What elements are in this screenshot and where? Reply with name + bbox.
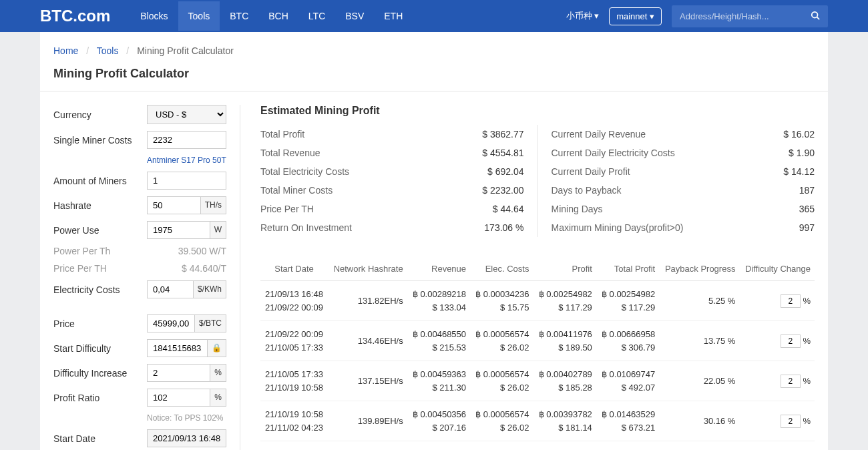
results-table: Start DateNetwork HashrateRevenueElec. C…: [260, 257, 815, 441]
payback-cell: 5.25 %: [659, 281, 739, 321]
miner-costs-input[interactable]: [147, 131, 226, 149]
profit-value: $ 44.64: [493, 204, 524, 214]
profit-ratio-input[interactable]: [147, 389, 210, 407]
breadcrumb-tools[interactable]: Tools: [97, 45, 119, 56]
diff-suffix: %: [803, 416, 811, 426]
network-select[interactable]: mainnet ▾: [609, 7, 662, 25]
table-row: 21/10/05 17:3321/10/19 10:58137.15EH/s฿ …: [260, 361, 815, 401]
revenue-cell: ฿ 0.00459363$ 211.30: [411, 368, 466, 394]
nav-link-ltc[interactable]: LTC: [298, 1, 335, 31]
elec-cell: ฿ 0.00056574$ 26.02: [474, 328, 529, 354]
profit-label: Current Daily Electricity Costs: [552, 148, 675, 158]
hashrate-cell: 137.15EH/s: [328, 361, 407, 401]
profit-ratio-notice: Notice: To PPS 102%: [147, 413, 226, 423]
profit-value: $ 2232.00: [482, 185, 523, 196]
profit-label: Price Per TH: [260, 204, 314, 214]
price-unit: $/BTC: [195, 314, 226, 332]
breadcrumb: Home / Tools / Mining Profit Calculator: [40, 32, 828, 67]
payback-cell: 30.16 %: [659, 401, 739, 441]
miner-costs-label: Single Miner Costs: [53, 135, 147, 146]
start-date-input[interactable]: [147, 429, 226, 447]
profit-value: 187: [799, 185, 815, 196]
profit-row: Total Profit$ 3862.77: [260, 125, 524, 144]
nav-link-bch[interactable]: BCH: [258, 1, 298, 31]
power-unit: W: [210, 221, 226, 239]
profit-row: Total Revenue$ 4554.81: [260, 144, 524, 162]
breadcrumb-home[interactable]: Home: [53, 45, 78, 56]
nav-link-tools[interactable]: Tools: [178, 1, 220, 31]
elec-input[interactable]: [147, 280, 194, 298]
diff-change-input[interactable]: [781, 415, 801, 428]
revenue-cell: ฿ 0.00468550$ 215.53: [411, 328, 466, 354]
small-coin-dropdown[interactable]: 小币种 ▾: [566, 10, 600, 22]
start-date-label: Start Date: [53, 433, 147, 444]
search-button[interactable]: [803, 5, 828, 27]
search-input[interactable]: [672, 5, 805, 27]
table-header: Revenue: [407, 257, 470, 281]
diff-change-input[interactable]: [781, 375, 801, 388]
profit-row: Total Miner Costs$ 2232.00: [260, 181, 524, 200]
revenue-cell: ฿ 0.00289218$ 133.04: [411, 288, 466, 314]
miner-model-link[interactable]: Antminer S17 Pro 50T: [147, 156, 226, 165]
date-cell: 21/10/19 10:5821/11/02 04:23: [264, 408, 324, 434]
price-label: Price: [53, 318, 147, 329]
lock-icon[interactable]: 🔒: [208, 339, 226, 357]
hashrate-label: Hashrate: [53, 200, 147, 211]
price-per-th-value: $ 44.640/T: [147, 263, 226, 274]
svg-point-0: [812, 11, 818, 17]
nav-link-blocks[interactable]: Blocks: [130, 1, 178, 31]
profit-row: Total Electricity Costs$ 692.04: [260, 162, 524, 181]
page-title: Mining Profit Calculator: [40, 67, 828, 91]
start-diff-input[interactable]: [147, 339, 208, 357]
currency-label: Currency: [53, 109, 147, 120]
hashrate-cell: 134.46EH/s: [328, 321, 407, 361]
power-input[interactable]: [147, 221, 210, 239]
amount-label: Amount of Miners: [53, 176, 147, 186]
price-input[interactable]: [147, 314, 195, 332]
profit-label: Total Profit: [260, 129, 304, 140]
nav-links: BlocksToolsBTCBCHLTCBSVETH: [130, 1, 413, 31]
nav-link-bsv[interactable]: BSV: [335, 1, 374, 31]
profit-value: $ 692.04: [487, 166, 524, 177]
logo[interactable]: BTC.com: [40, 7, 110, 25]
date-cell: 21/10/05 17:3321/10/19 10:58: [264, 368, 324, 394]
profit-row: Days to Payback187: [552, 181, 815, 200]
profit-value: $ 16.02: [783, 129, 815, 140]
profit-value: 365: [799, 204, 815, 214]
elec-cell: ฿ 0.00056574$ 26.02: [474, 408, 529, 434]
elec-cell: ฿ 0.00056574$ 26.02: [474, 368, 529, 394]
table-header: Network Hashrate: [328, 257, 407, 281]
main-content: Estimated Mining Profit Total Profit$ 38…: [260, 105, 815, 450]
nav-link-btc[interactable]: BTC: [220, 1, 258, 31]
profit-ratio-unit: %: [210, 389, 226, 407]
profit-cell: ฿ 0.00402789$ 185.28: [537, 368, 592, 394]
power-per-th-label: Power Per Th: [53, 246, 147, 256]
diff-inc-label: Difficulty Increase: [53, 368, 147, 379]
total-cell: ฿ 0.01069747$ 492.07: [600, 368, 655, 394]
profit-ratio-label: Profit Ratio: [53, 393, 147, 403]
power-label: Power Use: [53, 225, 147, 236]
diff-change-input[interactable]: [781, 334, 801, 348]
amount-input[interactable]: [147, 172, 226, 190]
currency-select[interactable]: USD - $: [147, 105, 226, 124]
total-cell: ฿ 0.01463529$ 673.21: [600, 408, 655, 434]
hashrate-input[interactable]: [147, 196, 201, 214]
table-header: Elec. Costs: [470, 257, 533, 281]
profit-cell: ฿ 0.00393782$ 181.14: [537, 408, 592, 434]
profit-row: Return On Investment173.06 %: [260, 218, 524, 237]
elec-unit: $/KWh: [194, 280, 226, 298]
table-header: Total Profit: [596, 257, 659, 281]
profit-label: Total Electricity Costs: [260, 166, 349, 177]
hashrate-unit: TH/s: [201, 196, 226, 214]
profit-label: Current Daily Revenue: [552, 129, 646, 140]
total-cell: ฿ 0.00254982$ 117.29: [600, 288, 655, 314]
profit-label: Total Revenue: [260, 148, 320, 158]
elec-cell: ฿ 0.00034236$ 15.75: [474, 288, 529, 314]
navbar: BTC.com BlocksToolsBTCBCHLTCBSVETH 小币种 ▾…: [0, 0, 868, 32]
date-cell: 21/09/13 16:4821/09/22 00:09: [264, 288, 324, 314]
diff-change-input[interactable]: [781, 294, 801, 308]
profit-row: Current Daily Revenue$ 16.02: [552, 125, 815, 144]
diff-inc-input[interactable]: [147, 364, 210, 382]
profit-label: Total Miner Costs: [260, 185, 333, 196]
nav-link-eth[interactable]: ETH: [374, 1, 413, 31]
